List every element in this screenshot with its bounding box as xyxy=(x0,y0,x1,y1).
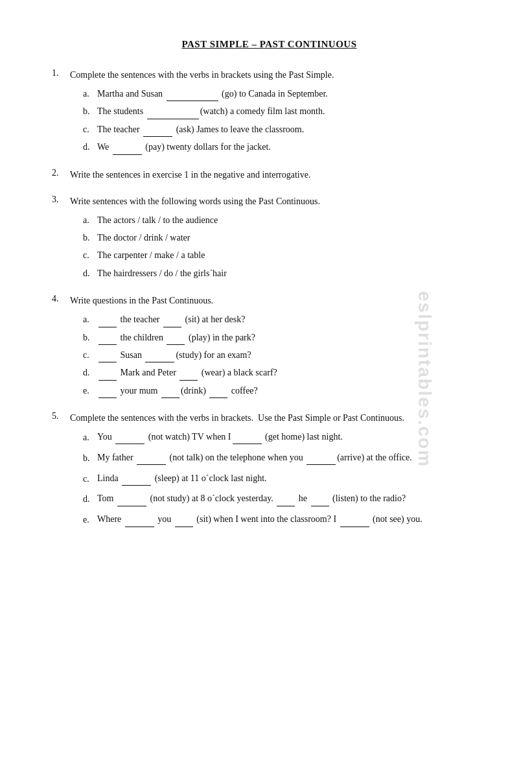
blank xyxy=(143,128,172,137)
blank xyxy=(167,92,218,101)
blank xyxy=(209,389,227,398)
section-1-instruction: Complete the sentences with the verbs in… xyxy=(70,70,334,80)
list-item: b. My father (not talk) on the telephone… xyxy=(83,451,487,466)
main-list: Complete the sentences with the verbs in… xyxy=(52,68,487,528)
list-item: a. the teacher (sit) at her desk? xyxy=(83,313,487,327)
item-label: c. xyxy=(83,348,97,362)
blank xyxy=(125,518,154,527)
item-label: b. xyxy=(83,331,97,345)
section-5: Complete the sentences with the verbs in… xyxy=(52,411,487,528)
list-item: a. The actors / talk / to the audience xyxy=(83,213,487,228)
blank xyxy=(175,518,193,527)
blank xyxy=(147,110,199,119)
blank xyxy=(161,389,179,398)
blank xyxy=(179,372,198,381)
blank xyxy=(98,372,117,381)
section-2: Write the sentences in exercise 1 in the… xyxy=(52,168,487,182)
item-text: My father (not talk) on the telephone wh… xyxy=(97,451,487,465)
item-label: d. xyxy=(83,492,97,507)
blank xyxy=(277,497,295,506)
item-text: You (not watch) TV when I (get home) las… xyxy=(97,430,487,444)
section-3-items: a. The actors / talk / to the audience b… xyxy=(83,213,487,281)
item-text: The doctor / drink / water xyxy=(97,231,487,245)
section-4-instruction: Write questions in the Past Continuous. xyxy=(70,296,213,305)
list-item: c. The carpenter / make / a table xyxy=(83,248,487,263)
blank xyxy=(311,497,329,506)
blank xyxy=(163,318,181,327)
blank xyxy=(117,497,146,506)
blank xyxy=(233,435,262,444)
item-label: d. xyxy=(83,366,97,380)
section-5-items: a. You (not watch) TV when I (get home) … xyxy=(83,430,487,528)
item-label: d. xyxy=(83,266,97,281)
section-3: Write sentences with the following words… xyxy=(52,195,487,281)
section-5-instruction: Complete the sentences with the verbs in… xyxy=(70,413,404,423)
item-text: the teacher (sit) at her desk? xyxy=(97,313,487,327)
item-label: a. xyxy=(83,87,97,101)
list-item: b. The doctor / drink / water xyxy=(83,231,487,245)
list-item: c. Susan (study) for an exam? xyxy=(83,348,487,362)
item-text: your mum (drink) coffee? xyxy=(97,384,487,398)
blank xyxy=(115,435,145,444)
item-label: c. xyxy=(83,471,97,487)
item-text: The hairdressers / do / the girls´hair xyxy=(97,266,487,281)
list-item: a. Martha and Susan (go) to Canada in Se… xyxy=(83,87,487,101)
item-text: Martha and Susan (go) to Canada in Septe… xyxy=(97,87,487,101)
section-4-items: a. the teacher (sit) at her desk? b. the… xyxy=(83,313,487,398)
list-item: d. We (pay) twenty dollars for the jacke… xyxy=(83,140,487,154)
item-label: c. xyxy=(83,123,97,137)
blank xyxy=(98,318,117,327)
list-item: e. your mum (drink) coffee? xyxy=(83,384,487,398)
blank xyxy=(122,477,151,486)
list-item: a. You (not watch) TV when I (get home) … xyxy=(83,430,487,445)
item-label: e. xyxy=(83,384,97,398)
item-text: Tom (not study) at 8 o´clock yesterday. … xyxy=(97,492,487,506)
list-item: b. the children (play) in the park? xyxy=(83,331,487,345)
blank xyxy=(306,456,336,465)
item-text: The teacher (ask) James to leave the cla… xyxy=(97,123,487,137)
item-label: b. xyxy=(83,451,97,466)
blank xyxy=(167,336,185,345)
item-label: a. xyxy=(83,313,97,327)
list-item: e. Where you (sit) when I went into the … xyxy=(83,512,487,528)
item-text: The carpenter / make / a table xyxy=(97,248,487,263)
list-item: c. Linda (sleep) at 11 o´clock last nigh… xyxy=(83,471,487,487)
blank xyxy=(137,456,166,465)
list-item: d. The hairdressers / do / the girls´hai… xyxy=(83,266,487,281)
section-4: Write questions in the Past Continuous. … xyxy=(52,294,487,398)
item-label: c. xyxy=(83,248,97,263)
blank xyxy=(98,389,117,398)
blank xyxy=(145,353,174,362)
item-label: b. xyxy=(83,231,97,245)
item-text: the children (play) in the park? xyxy=(97,331,487,345)
section-2-instruction: Write the sentences in exercise 1 in the… xyxy=(70,170,310,180)
page-title: PAST SIMPLE – PAST CONTINUOUS xyxy=(52,39,487,50)
blank xyxy=(340,518,369,527)
blank xyxy=(113,146,142,155)
list-item: c. The teacher (ask) James to leave the … xyxy=(83,123,487,137)
section-1: Complete the sentences with the verbs in… xyxy=(52,68,487,155)
list-item: d. Tom (not study) at 8 o´clock yesterda… xyxy=(83,492,487,507)
blank xyxy=(98,353,117,362)
item-text: The actors / talk / to the audience xyxy=(97,213,487,228)
section-1-items: a. Martha and Susan (go) to Canada in Se… xyxy=(83,87,487,155)
item-label: b. xyxy=(83,104,97,119)
item-text: The students (watch) a comedy film last … xyxy=(97,104,487,119)
item-label: e. xyxy=(83,512,97,528)
item-text: Where you (sit) when I went into the cla… xyxy=(97,512,487,527)
blank xyxy=(98,336,117,345)
list-item: b. The students (watch) a comedy film la… xyxy=(83,104,487,119)
item-text: Susan (study) for an exam? xyxy=(97,348,487,362)
list-item: d. Mark and Peter (wear) a black scarf? xyxy=(83,366,487,380)
item-label: a. xyxy=(83,213,97,228)
item-text: We (pay) twenty dollars for the jacket. xyxy=(97,140,487,154)
item-label: d. xyxy=(83,140,97,154)
item-text: Linda (sleep) at 11 o´clock last night. xyxy=(97,471,487,486)
item-label: a. xyxy=(83,430,97,445)
section-3-instruction: Write sentences with the following words… xyxy=(70,196,320,206)
item-text: Mark and Peter (wear) a black scarf? xyxy=(97,366,487,380)
